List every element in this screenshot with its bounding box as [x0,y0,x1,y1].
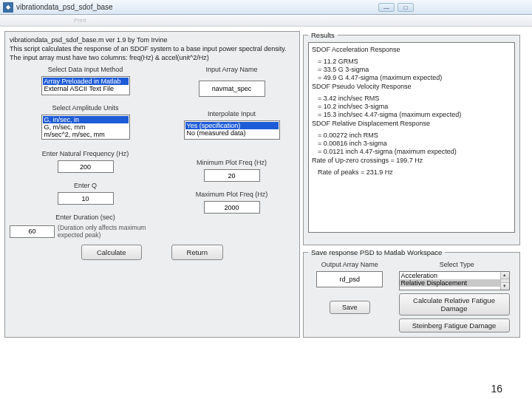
out-name-input[interactable]: rd_psd [316,271,383,287]
label-amp-units: Select Amplitude Units [52,104,119,112]
label-min-plot: Minimum Plot Freq (Hz) [197,159,267,166]
scroll-down-icon[interactable]: ▾ [501,282,509,290]
res-line: = 0.0121 inch 4.47-sigma (maximum expect… [318,148,511,155]
label-array-name: Input Array Name [206,66,258,73]
res-accel-h: SDOF Acceleration Response [312,46,511,53]
label-sel-type: Select Type [399,261,516,268]
amp-units-listbox[interactable]: G, in/sec, in G, m/sec, mm m/sec^2, m/se… [41,115,130,140]
min-plot-input[interactable]: 20 [204,169,260,182]
amp-units-opt-1[interactable]: G, in/sec, in [43,116,129,123]
res-vel-h: SDOF Pseudo Velocity Response [312,83,511,90]
fatigue-button[interactable]: Calculate Relative Fatigue Damage [399,293,510,316]
res-disp-h: SDOF Relative Displacement Response [312,120,511,127]
res-line: = 10.2 inch/sec 3-sigma [318,103,511,110]
res-line: = 15.3 inch/sec 4.47-sigma (maximum expe… [318,111,511,118]
label-q: Enter Q [74,182,97,189]
amp-units-opt-2[interactable]: G, m/sec, mm [43,123,129,131]
label-out-name: Output Array Name [321,261,378,268]
label-data-method: Select Data Input Method [48,66,123,73]
duration-hint: (Duration only affects maximum expected … [58,224,161,239]
array-name-input[interactable]: navmat_spec [199,81,265,97]
window-title: vibrationdata_psd_sdof_base [16,3,113,11]
save-panel: Save response PSD to Matlab Workspace Ou… [303,248,520,338]
data-method-opt-2[interactable]: External ASCII Text File [43,85,129,92]
q-input[interactable]: 10 [58,192,114,205]
save-legend: Save response PSD to Matlab Workspace [308,248,445,256]
amp-units-opt-3[interactable]: m/sec^2, m/sec, mm [43,131,129,138]
save-button[interactable]: Save [330,301,370,314]
steinberg-button[interactable]: Steinberg Fatigue Damage [399,318,510,332]
calculate-button[interactable]: Calculate [81,245,142,260]
app-icon: ◆ [3,2,13,13]
type-listbox[interactable]: Acceleration Relative Displacement ▴ ▾ [399,271,510,290]
label-duration: Enter Duration (sec) [55,214,115,221]
window-buttons: — □ [378,3,414,12]
interp-opt-2[interactable]: No (measured data) [185,129,279,137]
interp-listbox[interactable]: Yes (specification) No (measured data) [184,120,280,140]
label-nat-freq: Enter Natural Frequency (Hz) [42,150,129,157]
label-max-plot: Maximum Plot Freq (Hz) [196,191,268,198]
window-titlebar: ◆ vibrationdata_psd_sdof_base [0,0,532,15]
data-method-listbox[interactable]: Array Preloaded in Matlab External ASCII… [41,76,130,95]
res-rate2: Rate of peaks = 231.9 Hz [318,168,511,176]
max-plot-input[interactable]: 2000 [204,201,260,214]
interp-opt-1[interactable]: Yes (specification) [185,122,279,129]
results-text: SDOF Acceleration Response = 11.2 GRMS =… [308,42,515,233]
res-line: = 0.00816 inch 3-sigma [318,140,511,147]
scrollbar[interactable]: ▴ ▾ [500,272,509,290]
res-line: = 49.9 G 4.47-sigma (maximum expected) [318,74,511,81]
label-interp: Interpolate Input [208,110,256,117]
script-name: vibrationdata_psd_sdof_base.m ver 1.9 by… [10,36,295,44]
scroll-up-icon[interactable]: ▴ [501,272,509,279]
nat-freq-input[interactable]: 200 [58,160,114,173]
res-line: = 33.5 G 3-sigma [318,66,511,73]
minimize-button[interactable]: — [378,3,395,12]
return-button[interactable]: Return [171,245,224,260]
duration-input[interactable]: 60 [10,225,55,238]
results-legend: Results [308,31,338,39]
type-opt-2[interactable]: Relative Displacement [400,279,509,287]
maximize-button[interactable]: □ [398,3,414,12]
res-line: = 11.2 GRMS [318,58,511,65]
data-method-opt-1[interactable]: Array Preloaded in Matlab [43,78,129,85]
input-desc: The input array must have two columns: f… [10,54,295,61]
type-opt-1[interactable]: Acceleration [400,272,509,279]
input-panel: vibrationdata_psd_sdof_base.m ver 1.9 by… [4,31,300,338]
res-rate1: Rate of Up-zero crossings = 199.7 Hz [312,157,511,164]
results-panel: Results SDOF Acceleration Response = 11.… [303,31,520,245]
toolbar-print: Print [74,17,86,24]
res-line: = 0.00272 inch RMS [318,132,511,139]
toolbar-strip: Print [0,15,532,27]
page-number: 16 [491,383,502,395]
script-desc: This script calculates the response of a… [10,45,295,52]
res-line: = 3.42 inch/sec RMS [318,95,511,102]
